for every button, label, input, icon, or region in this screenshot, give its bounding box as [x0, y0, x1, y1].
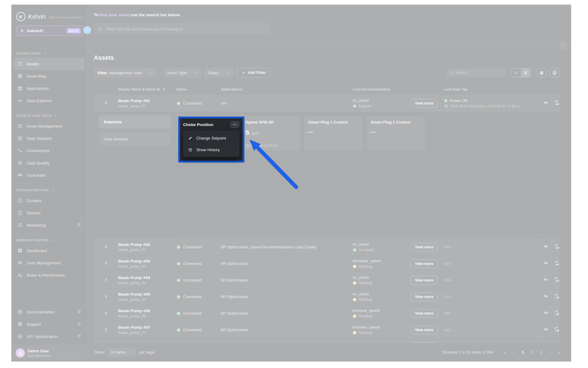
- detailed-list-view-button[interactable]: [521, 68, 530, 77]
- section-header-operations[interactable]: OPERATIONS: [11, 49, 87, 58]
- data-explorer-action-button[interactable]: [543, 244, 548, 250]
- pin-button[interactable]: [94, 245, 118, 250]
- asset-name[interactable]: Beam Pump #06: [118, 309, 176, 313]
- view-more-button[interactable]: View more: [411, 326, 438, 334]
- data-explorer-action-button[interactable]: [543, 260, 548, 267]
- menu-item-change-setpoint[interactable]: Change Setpoint: [183, 132, 239, 144]
- next-page-button[interactable]: ›: [546, 348, 555, 357]
- closed-loop-action-button[interactable]: [554, 327, 559, 333]
- data-explorer-action-button[interactable]: [543, 100, 548, 106]
- panel-collapse-button[interactable]: [560, 41, 567, 49]
- page-button-2[interactable]: 2: [528, 348, 536, 357]
- view-more-button[interactable]: View more: [411, 293, 438, 301]
- asset-name[interactable]: Beam Pump #02: [118, 242, 176, 247]
- data-explorer-action-button[interactable]: [543, 277, 548, 283]
- sidebar-item-clusters[interactable]: Clusters: [14, 194, 85, 207]
- view-more-button[interactable]: View more: [411, 99, 438, 108]
- table-row-beam_pump_07[interactable]: Beam Pump #07beam_pump_07ConnectedBP Opt…: [94, 322, 560, 338]
- table-row-beam_pump_03[interactable]: Beam Pump #03beam_pump_03ConnectedBP Opt…: [94, 255, 560, 272]
- closed-loop-action-button[interactable]: [554, 244, 559, 250]
- closed-loop-action-button[interactable]: [554, 293, 559, 300]
- view-more-button[interactable]: View more: [411, 243, 438, 251]
- sidebar-item-data-streams[interactable]: Data Streams: [14, 132, 85, 144]
- card-menu-button[interactable]: [352, 119, 360, 125]
- pin-button[interactable]: [94, 101, 118, 106]
- sidebar-item-api-specification[interactable]: API Specification: [14, 330, 85, 343]
- sidebar-item-applications[interactable]: Applications: [14, 82, 85, 94]
- asset-name[interactable]: Beam Pump #07: [118, 325, 176, 330]
- table-row-beam_pump_06[interactable]: Beam Pump #06beam_pump_06ConnectedBP Opt…: [94, 305, 560, 322]
- card-menu-button[interactable]: [290, 119, 298, 125]
- table-row-beam_pump_02[interactable]: Beam Pump #02beam_pump_02ConnectedBP Opt…: [94, 239, 560, 255]
- hint-link[interactable]: find your asset: [100, 13, 129, 17]
- add-filter-button[interactable]: Add Filter: [237, 68, 270, 78]
- table-row-beam_pump_05[interactable]: Beam Pump #05beam_pump_05ConnectedBP Opt…: [94, 289, 560, 305]
- sort-icon[interactable]: [162, 87, 166, 91]
- page-button-1[interactable]: 1: [518, 348, 527, 357]
- first-page-button[interactable]: «: [500, 348, 509, 357]
- tab-data-streams[interactable]: Data Streams: [99, 132, 171, 146]
- asset-type-dropdown[interactable]: Asset Type: [163, 68, 201, 78]
- card-menu-button[interactable]: [230, 121, 239, 128]
- pin-button[interactable]: [94, 261, 118, 266]
- sidebar-item-data-explorer[interactable]: Data Explorer: [14, 94, 85, 107]
- sidebar-item-user-management[interactable]: User Management: [14, 257, 85, 269]
- sidebar-item-dashboard[interactable]: Dashboard: [14, 244, 85, 257]
- table-search-input[interactable]: [455, 70, 503, 75]
- sidebar-item-secrets[interactable]: Secrets: [14, 207, 85, 219]
- menu-item-show-history[interactable]: Show History: [183, 144, 239, 155]
- tab-setpoints[interactable]: Setpoints: [99, 115, 171, 128]
- asset-name[interactable]: Beam Pump #01: [118, 98, 176, 103]
- view-dropdown[interactable]: View:Management View: [94, 68, 157, 78]
- pin-button[interactable]: [94, 294, 118, 299]
- highlighted-setpoint-card[interactable]: Choke Position Change SetpointShow Histo…: [178, 117, 244, 163]
- closed-loop-action-button[interactable]: [554, 260, 559, 267]
- sidebar-item-monitoring[interactable]: Monitoring: [14, 219, 85, 231]
- sidebar-item-asset-management[interactable]: Asset Management: [14, 120, 85, 132]
- sidebar-collapse-button[interactable]: [83, 26, 91, 34]
- page-size-select[interactable]: 32 items: [108, 348, 136, 357]
- sidebar-item-roles-permissions[interactable]: Roles & Permissions: [14, 269, 85, 281]
- card-menu-button[interactable]: [415, 119, 423, 125]
- view-more-button[interactable]: View more: [411, 276, 438, 285]
- data-explorer-action-button[interactable]: [543, 293, 548, 300]
- setpoint-card-speed-spm-sp[interactable]: Speed SPM SP5spm2026-02-10 21:24:22: [242, 116, 300, 151]
- view-more-button[interactable]: View more: [411, 309, 438, 318]
- user-profile[interactable]: D Demo User demo@kelvin.ai: [11, 344, 87, 362]
- pin-button[interactable]: [94, 278, 118, 283]
- sidebar-item-documentation[interactable]: Documentation: [14, 306, 85, 318]
- sidebar-item-guardrails[interactable]: Guardrails: [14, 169, 85, 181]
- sidebar-item-assets[interactable]: Assets: [14, 58, 85, 70]
- compact-list-view-button[interactable]: [512, 68, 521, 77]
- sidebar-item-connections[interactable]: Connections: [14, 144, 85, 157]
- section-header-orchestration[interactable]: ORCHESTRATION: [11, 186, 87, 194]
- asset-name[interactable]: Beam Pump #03: [118, 259, 176, 263]
- export-button[interactable]: [550, 68, 560, 77]
- view-more-button[interactable]: View more: [411, 259, 438, 268]
- closed-loop-action-button[interactable]: [554, 277, 559, 283]
- page-button-3[interactable]: 3: [537, 348, 545, 357]
- data-explorer-action-button[interactable]: [543, 310, 548, 316]
- header-name[interactable]: Display Name & Name ID: [118, 87, 160, 91]
- table-settings-button[interactable]: [537, 68, 547, 77]
- table-row-beam_pump_04[interactable]: Beam Pump #04beam_pump_04ConnectedBP Opt…: [94, 272, 560, 289]
- closed-loop-action-button[interactable]: [554, 100, 559, 106]
- section-header-administration[interactable]: ADMINISTRATION: [11, 236, 87, 244]
- asset-search-input[interactable]: [105, 26, 267, 32]
- kelvinai-button[interactable]: KelvinAI BETA: [16, 25, 84, 36]
- asset-name[interactable]: Beam Pump #05: [118, 292, 176, 297]
- closed-loop-action-button[interactable]: [554, 310, 559, 316]
- last-page-button[interactable]: »: [555, 348, 564, 357]
- section-header-assets-and-data[interactable]: ASSETS AND DATA: [11, 111, 87, 120]
- prev-page-button[interactable]: ‹: [509, 348, 518, 357]
- data-explorer-action-button[interactable]: [543, 327, 548, 333]
- pin-button[interactable]: [94, 328, 118, 332]
- sidebar-item-support[interactable]: Support: [14, 318, 85, 330]
- setpoint-card-smart-plug-2-control[interactable]: Smart Plug 2 Control—: [367, 116, 425, 151]
- asset-name[interactable]: Beam Pump #04: [118, 275, 176, 280]
- table-row-beam_pump_01[interactable]: Beam Pump #01beam_pump_01ConnectedN/Ano_…: [94, 95, 560, 112]
- sidebar-item-data-quality[interactable]: Data Quality: [14, 157, 85, 169]
- pin-button[interactable]: [94, 311, 118, 316]
- setpoint-card-smart-plug-1-control[interactable]: Smart Plug 1 Control—: [304, 116, 363, 151]
- status-dropdown[interactable]: Status: [204, 68, 234, 78]
